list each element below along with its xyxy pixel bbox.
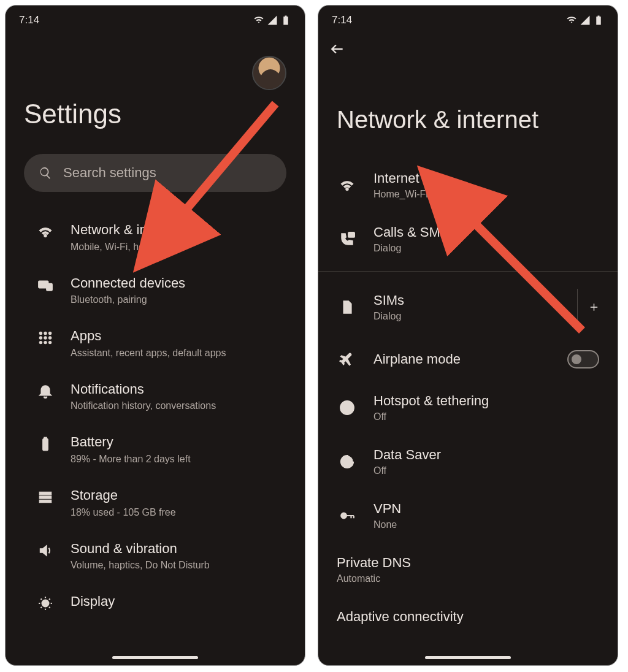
svg-rect-12 <box>44 438 47 440</box>
status-icons <box>566 15 604 26</box>
item-title: Storage <box>71 487 286 505</box>
item-title: VPN <box>373 501 599 517</box>
net-item-adaptive[interactable]: Adaptive connectivity <box>318 597 618 627</box>
net-item-internet[interactable]: Internet Home_Wi-Fi <box>318 158 618 212</box>
item-title: Data Saver <box>373 447 599 463</box>
item-title: Adaptive connectivity <box>337 609 599 625</box>
wifi-icon <box>566 15 577 26</box>
status-bar: 7:14 <box>318 6 618 31</box>
svg-point-24 <box>341 513 347 519</box>
wifi-icon <box>253 15 264 26</box>
svg-point-2 <box>39 332 42 334</box>
divider <box>318 271 618 272</box>
item-title: Display <box>71 593 286 611</box>
datasaver-icon <box>339 454 355 470</box>
svg-point-6 <box>44 337 47 339</box>
search-settings[interactable]: Search settings <box>24 154 286 192</box>
item-title: Connected devices <box>71 275 286 292</box>
item-title: Internet <box>373 170 599 186</box>
svg-rect-19 <box>346 307 350 312</box>
item-sub: Assistant, recent apps, default apps <box>71 348 286 359</box>
svg-point-22 <box>340 401 354 414</box>
svg-rect-13 <box>39 492 52 494</box>
vpn-icon <box>339 508 355 524</box>
item-title: Notifications <box>71 381 286 399</box>
item-sub: None <box>373 519 599 530</box>
plus-icon <box>589 300 599 314</box>
svg-rect-18 <box>348 232 354 237</box>
apps-icon <box>37 330 53 346</box>
net-item-hotspot[interactable]: Hotspot & tethering Off <box>318 381 618 435</box>
svg-point-3 <box>44 332 47 334</box>
search-placeholder: Search settings <box>63 165 156 181</box>
status-time: 7:14 <box>19 14 39 26</box>
signal-icon <box>267 15 278 26</box>
airplane-icon <box>339 351 355 367</box>
sound-icon <box>37 543 53 559</box>
settings-item-storage[interactable]: Storage 18% used - 105 GB free <box>6 476 305 529</box>
settings-item-battery[interactable]: Battery 89% - More than 2 days left <box>6 422 305 476</box>
page-title: Network & internet <box>318 69 618 158</box>
item-title: Network & internet <box>71 221 286 239</box>
nav-indicator[interactable] <box>425 656 511 659</box>
svg-rect-11 <box>43 439 48 451</box>
settings-item-network[interactable]: Network & internet Mobile, Wi-Fi, hotspo… <box>6 210 305 264</box>
item-sub: Off <box>373 465 599 476</box>
item-title: Airplane mode <box>373 351 551 367</box>
item-sub: Mobile, Wi-Fi, hotspot <box>71 242 286 253</box>
net-item-privatedns[interactable]: Private DNS Automatic <box>318 543 618 597</box>
phone-settings: 7:14 Settings Search settings Network & … <box>5 5 305 666</box>
settings-item-notifications[interactable]: Notifications Notification history, conv… <box>6 370 305 423</box>
item-sub: 89% - More than 2 days left <box>71 454 286 465</box>
item-sub: Home_Wi-Fi <box>373 189 599 200</box>
battery-icon <box>37 436 53 452</box>
settings-item-sound[interactable]: Sound & vibration Volume, haptics, Do No… <box>6 529 305 582</box>
nav-indicator[interactable] <box>112 656 198 659</box>
sim-icon <box>339 299 355 315</box>
wifi-icon <box>37 224 53 240</box>
battery-icon <box>280 15 291 26</box>
arrow-back-icon <box>329 41 345 57</box>
settings-item-connected[interactable]: Connected devices Bluetooth, pairing <box>6 264 305 317</box>
item-sub: Bluetooth, pairing <box>71 294 286 305</box>
item-sub: 18% used - 105 GB free <box>71 507 286 518</box>
svg-point-16 <box>42 600 49 607</box>
status-time: 7:14 <box>332 14 352 26</box>
item-title: Sound & vibration <box>71 540 286 558</box>
net-item-datasaver[interactable]: Data Saver Off <box>318 435 618 489</box>
devices-icon <box>37 277 53 293</box>
net-item-sims[interactable]: SIMs Dialog <box>318 277 618 338</box>
search-icon <box>39 166 52 180</box>
status-icons <box>253 15 291 26</box>
item-sub: Dialog <box>373 311 561 322</box>
page-title: Settings <box>24 99 286 129</box>
back-button[interactable] <box>318 31 618 69</box>
net-item-calls[interactable]: Calls & SMS Dialog <box>318 212 618 266</box>
svg-point-5 <box>39 337 42 339</box>
item-sub: Automatic <box>337 573 599 584</box>
item-sub: Volume, haptics, Do Not Disturb <box>71 560 286 571</box>
net-item-vpn[interactable]: VPN None <box>318 489 618 543</box>
phone-sms-icon <box>339 231 355 247</box>
svg-point-4 <box>48 332 51 334</box>
phone-network: 7:14 Network & internet Internet Home_Wi… <box>318 5 618 666</box>
svg-rect-1 <box>47 283 52 290</box>
svg-point-10 <box>48 342 51 344</box>
profile-avatar[interactable] <box>252 56 286 90</box>
net-item-airplane[interactable]: Airplane mode <box>318 338 618 381</box>
bell-icon <box>37 383 53 399</box>
svg-rect-14 <box>39 496 52 498</box>
item-title: Hotspot & tethering <box>373 393 599 409</box>
item-sub: Dialog <box>373 243 599 254</box>
airplane-toggle[interactable] <box>567 350 599 368</box>
svg-point-8 <box>39 342 42 344</box>
settings-item-apps[interactable]: Apps Assistant, recent apps, default app… <box>6 316 305 370</box>
item-title: SIMs <box>373 292 561 308</box>
item-sub: Off <box>373 411 599 422</box>
brightness-icon <box>37 595 53 611</box>
add-sim-button[interactable] <box>577 289 599 326</box>
svg-point-7 <box>48 337 51 339</box>
item-sub: Notification history, conversations <box>71 400 286 411</box>
settings-item-display[interactable]: Display <box>6 582 305 614</box>
signal-icon <box>580 15 591 26</box>
